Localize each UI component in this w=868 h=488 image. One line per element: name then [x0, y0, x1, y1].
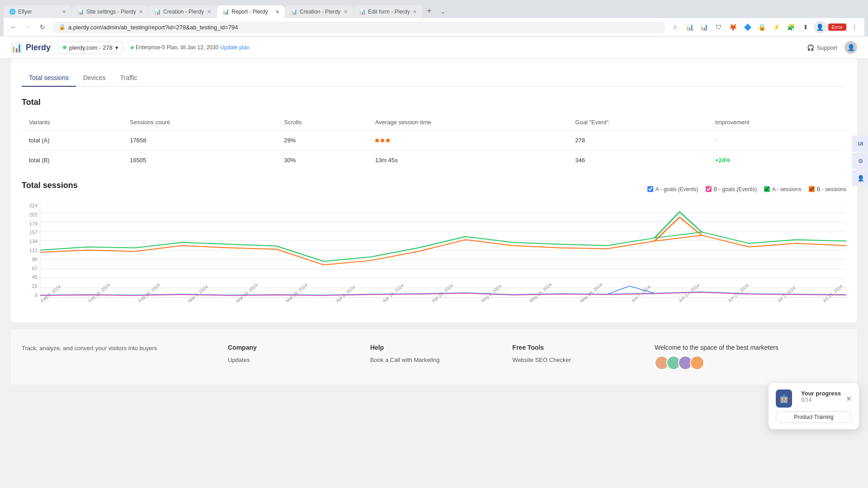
reload-button[interactable]: ↻: [36, 21, 49, 33]
ext-3[interactable]: 🛡: [712, 21, 725, 33]
footer-seo-checker-link[interactable]: Website SEO Checker: [512, 357, 640, 363]
cell-variant-b: total (B): [22, 150, 123, 170]
app-header: 📊 Plerdy plerdy.com - 278 ▾ Enterprise-5…: [0, 37, 868, 59]
new-tab-button[interactable]: +: [423, 4, 436, 18]
headset-icon: 🎧: [807, 44, 814, 51]
header-left: 📊 Plerdy plerdy.com - 278 ▾ Enterprise-5…: [11, 42, 250, 54]
tab-title: Site settings - Plerdy: [86, 9, 136, 15]
forward-button[interactable]: →: [22, 21, 34, 33]
legend-a-goals: A - goals (Events): [647, 186, 698, 192]
menu-button[interactable]: ⋮: [848, 21, 861, 33]
col-header-variants: Variants: [22, 114, 123, 131]
y-label: 179: [22, 221, 38, 226]
cell-goal-b: 346: [568, 150, 708, 170]
tab-close[interactable]: ✕: [344, 9, 348, 15]
y-label: 90: [22, 257, 38, 262]
error-badge[interactable]: Error: [828, 23, 846, 31]
tab-favicon: 📊: [77, 9, 84, 15]
tab-close[interactable]: ✕: [275, 9, 279, 15]
col-header-goal: Goal "Event":: [568, 114, 708, 131]
legend-b-goals: B - goals (Events): [706, 186, 757, 192]
user-profile-button[interactable]: 👤: [814, 21, 826, 33]
tab-traffic[interactable]: Traffic: [113, 70, 145, 87]
a-sessions-line: [40, 232, 846, 262]
sidebar-user-button[interactable]: 👤: [852, 170, 868, 186]
table-row: total (B) 16505 30% 13m 45s 346 +24%: [22, 150, 846, 170]
tab-title: Creation - Plerdy: [163, 9, 204, 15]
tab-favicon: 📊: [154, 9, 160, 15]
y-label: 202: [22, 212, 38, 217]
plerdy-ext-1[interactable]: 📊: [684, 21, 696, 33]
footer-col-tools: Free Tools Website SEO Checker: [512, 344, 640, 370]
table-row: total (A) 17658 29% 278 -: [22, 131, 846, 150]
browser-tab-creation-1[interactable]: 📊 Creation - Plerdy ✕: [149, 5, 217, 18]
progress-widget: 🤖 Your progress 0/14 ✕ Product Training: [769, 383, 859, 385]
user-avatar[interactable]: 👤: [844, 41, 857, 54]
cell-goal-a: 278: [568, 131, 708, 150]
tab-total-sessions[interactable]: Total sessions: [22, 70, 76, 87]
legend-a-goals-label: A - goals (Events): [656, 186, 698, 192]
plerdy-ext-2[interactable]: 📊: [698, 21, 711, 33]
nav-buttons: ← → ↻: [7, 21, 49, 33]
browser-tab-eflyer[interactable]: 🌐 Eflyer ✕: [4, 5, 71, 18]
tab-list-button[interactable]: ⌄: [436, 5, 450, 18]
bookmark-button[interactable]: ☆: [669, 21, 682, 33]
cell-avg-time-a: [368, 131, 568, 150]
tab-title: Report - Plerdy: [231, 9, 273, 15]
chart-svg: [40, 203, 846, 297]
chart-y-labels: 224 202 179 157 134 112 90 67 45 22 0: [22, 203, 38, 298]
site-status-dot: [63, 46, 66, 49]
y-label: 45: [22, 274, 38, 280]
cell-sessions-a: 17658: [123, 131, 277, 150]
sidebar-ui-button[interactable]: UI: [852, 136, 868, 152]
footer-book-call-link[interactable]: Book a Call with Marketing: [370, 357, 498, 363]
data-table: Variants Sessions count Scrolls Average …: [22, 114, 846, 170]
footer-updates-link[interactable]: Updates: [228, 357, 356, 363]
legend-b-goals-label: B - goals (Events): [714, 186, 757, 192]
tab-devices[interactable]: Devices: [76, 70, 113, 87]
chart-container: 224 202 179 157 134 112 90 67 45 22 0: [22, 203, 846, 311]
update-plan-link[interactable]: Update plan: [220, 44, 250, 51]
download-button[interactable]: ⬇: [799, 21, 812, 33]
back-button[interactable]: ←: [7, 21, 20, 33]
legend-b-goals-checkbox[interactable]: [706, 186, 712, 192]
y-label: 0: [22, 292, 38, 298]
logo-text: Plerdy: [26, 43, 51, 52]
logo-icon: 📊: [11, 42, 22, 53]
extensions-button[interactable]: 🧩: [785, 21, 797, 33]
browser-tab-report[interactable]: 📊 Report - Plerdy ✕: [217, 5, 285, 18]
footer-company-title: Company: [228, 344, 356, 351]
tab-close[interactable]: ✕: [207, 9, 211, 15]
ext-4[interactable]: 🦊: [727, 21, 740, 33]
legend-b-sessions: B - sessions: [809, 186, 846, 192]
lock-icon: 🔒: [59, 24, 66, 30]
browser-tab-creation-2[interactable]: 📊 Creation - Plerdy ✕: [285, 5, 353, 18]
site-selector[interactable]: plerdy.com - 278 ▾: [58, 42, 123, 54]
tab-close[interactable]: ✕: [62, 9, 66, 15]
col-header-avg-time: Average session time: [368, 114, 568, 131]
tab-favicon: 🌐: [9, 9, 15, 15]
support-button[interactable]: 🎧 Support: [807, 44, 837, 51]
avg-time-dots: [375, 139, 561, 142]
legend-a-sessions-checkbox[interactable]: [764, 186, 770, 192]
chart-x-labels: Feb 8, 2024 Feb 18, 2024 Feb 28, 2024 Ma…: [40, 298, 846, 311]
legend-b-sessions-checkbox[interactable]: [809, 186, 815, 192]
ext-5[interactable]: 🔷: [741, 21, 754, 33]
plan-text: Enterprise-5 Plan, till Jan 12, 2030: [136, 44, 218, 51]
tab-close[interactable]: ✕: [139, 9, 143, 15]
chevron-down-icon: ▾: [115, 44, 118, 51]
tab-favicon: 📊: [222, 9, 229, 15]
ext-7[interactable]: ⚡: [770, 21, 783, 33]
main-content: Total sessions Devices Traffic Total Var…: [0, 59, 868, 385]
url-bar[interactable]: 🔒 a.plerdy.com/admin/ab_testing/report?i…: [52, 22, 665, 33]
ext-6[interactable]: 🔒: [756, 21, 769, 33]
cell-sessions-b: 16505: [123, 150, 277, 170]
browser-tab-site-settings[interactable]: 📊 Site settings - Plerdy ✕: [72, 5, 148, 18]
legend-a-goals-checkbox[interactable]: [647, 186, 653, 192]
avatar: [690, 356, 704, 370]
tab-close[interactable]: ✕: [413, 9, 417, 15]
community-text: Welcome to the space of the best markete…: [655, 344, 846, 351]
col-header-sessions: Sessions count: [123, 114, 277, 131]
browser-tab-edit-form[interactable]: 📊 Edit form - Plerdy ✕: [354, 5, 422, 18]
sidebar-settings-button[interactable]: ⚙: [852, 153, 868, 169]
